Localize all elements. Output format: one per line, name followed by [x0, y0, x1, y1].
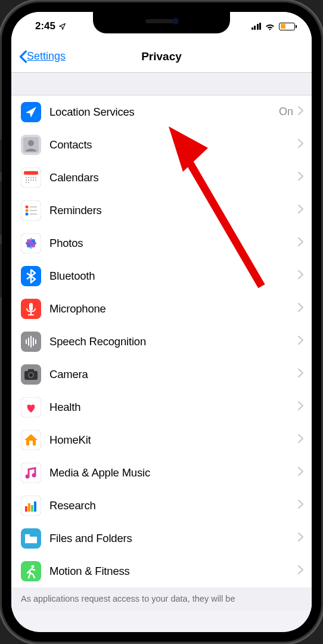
row-label: Bluetooth — [49, 270, 298, 283]
row-photos[interactable]: Photos — [11, 227, 312, 259]
chevron-right-icon — [298, 434, 303, 445]
svg-rect-36 — [29, 303, 33, 311]
folder-icon — [21, 528, 41, 549]
back-label: Settings — [27, 50, 66, 63]
svg-rect-45 — [28, 369, 34, 372]
svg-point-11 — [26, 179, 27, 181]
svg-point-20 — [26, 209, 29, 212]
row-speech-recognition[interactable]: Speech Recognition — [11, 325, 312, 358]
svg-rect-57 — [31, 505, 33, 512]
svg-rect-22 — [30, 206, 37, 208]
status-time: 2:45 — [35, 20, 55, 32]
notch — [93, 12, 230, 33]
svg-point-7 — [28, 177, 29, 178]
row-microphone[interactable]: Microphone — [11, 292, 312, 325]
row-health[interactable]: Health — [11, 391, 312, 423]
svg-point-12 — [28, 179, 29, 181]
music-icon — [21, 463, 41, 483]
content-scroll[interactable]: Location ServicesOnContactsCalendarsRemi… — [11, 73, 312, 632]
svg-point-15 — [35, 179, 36, 181]
phone-frame: 2:45 Settings Privacy Location ServicesO… — [2, 2, 321, 642]
row-label: Motion & Fitness — [49, 565, 298, 578]
cellular-signal-icon — [251, 23, 262, 30]
svg-point-14 — [33, 179, 34, 181]
svg-rect-56 — [28, 503, 30, 512]
footer-text: As applications request access to your d… — [11, 587, 312, 611]
svg-point-9 — [33, 177, 34, 178]
row-contacts[interactable]: Contacts — [11, 128, 312, 161]
screen: 2:45 Settings Privacy Location ServicesO… — [11, 12, 312, 632]
row-label: Microphone — [49, 302, 298, 315]
svg-rect-24 — [30, 213, 37, 215]
research-icon — [21, 496, 41, 516]
chevron-right-icon — [298, 401, 303, 413]
svg-rect-60 — [21, 561, 41, 581]
battery-icon — [279, 23, 295, 30]
bluetooth-icon — [21, 266, 41, 286]
photos-icon — [21, 233, 41, 253]
row-location-services[interactable]: Location ServicesOn — [11, 95, 312, 128]
chevron-right-icon — [298, 369, 303, 380]
row-media-apple-music[interactable]: Media & Apple Music — [11, 456, 312, 489]
svg-rect-55 — [25, 506, 27, 512]
speech-icon — [21, 332, 41, 352]
svg-point-10 — [35, 177, 36, 178]
motion-icon — [21, 561, 41, 581]
svg-rect-50 — [29, 441, 33, 445]
svg-point-61 — [32, 565, 35, 568]
chevron-right-icon — [298, 532, 303, 544]
location-icon — [21, 102, 41, 122]
svg-point-8 — [30, 177, 32, 178]
back-button[interactable]: Settings — [18, 50, 66, 63]
chevron-right-icon — [298, 303, 303, 314]
svg-point-52 — [26, 474, 30, 478]
page-title: Privacy — [141, 50, 182, 63]
chevron-right-icon — [298, 565, 303, 577]
wifi-icon — [265, 23, 275, 30]
row-value: On — [279, 106, 293, 118]
svg-point-21 — [26, 212, 29, 215]
chevron-right-icon — [298, 205, 303, 216]
row-label: Contacts — [49, 138, 298, 151]
contacts-icon — [21, 135, 41, 155]
svg-point-13 — [30, 179, 32, 181]
chevron-right-icon — [298, 237, 303, 249]
row-files-and-folders[interactable]: Files and Folders — [11, 522, 312, 555]
chevron-right-icon — [298, 139, 303, 150]
chevron-right-icon — [298, 500, 303, 511]
row-calendars[interactable]: Calendars — [11, 161, 312, 194]
nav-bar: Settings Privacy — [11, 41, 312, 73]
row-bluetooth[interactable]: Bluetooth — [11, 259, 312, 292]
row-reminders[interactable]: Reminders — [11, 194, 312, 227]
row-homekit[interactable]: HomeKit — [11, 423, 312, 456]
svg-point-6 — [26, 177, 27, 178]
reminders-icon — [21, 200, 41, 221]
svg-rect-58 — [34, 501, 36, 512]
camera-icon — [21, 364, 41, 385]
svg-rect-51 — [21, 463, 41, 483]
svg-point-19 — [26, 205, 29, 208]
svg-rect-5 — [24, 171, 38, 175]
settings-list: Location ServicesOnContactsCalendarsRemi… — [11, 95, 312, 587]
row-label: Media & Apple Music — [49, 466, 298, 479]
row-label: Photos — [49, 237, 298, 250]
row-label: Speech Recognition — [49, 335, 298, 348]
row-label: HomeKit — [49, 434, 298, 447]
row-research[interactable]: Research — [11, 489, 312, 522]
calendar-icon — [21, 168, 41, 188]
chevron-right-icon — [298, 270, 303, 281]
chevron-right-icon — [298, 106, 303, 117]
svg-point-17 — [28, 182, 29, 183]
row-label: Location Services — [49, 106, 279, 119]
row-label: Health — [49, 401, 298, 414]
svg-point-3 — [28, 140, 34, 146]
chevron-right-icon — [298, 172, 303, 183]
row-label: Research — [49, 499, 298, 512]
svg-point-53 — [32, 473, 36, 477]
chevron-right-icon — [298, 336, 303, 347]
chevron-right-icon — [298, 467, 303, 478]
row-camera[interactable]: Camera — [11, 358, 312, 391]
row-label: Camera — [49, 368, 298, 381]
row-label: Reminders — [49, 204, 298, 217]
row-motion-fitness[interactable]: Motion & Fitness — [11, 555, 312, 587]
